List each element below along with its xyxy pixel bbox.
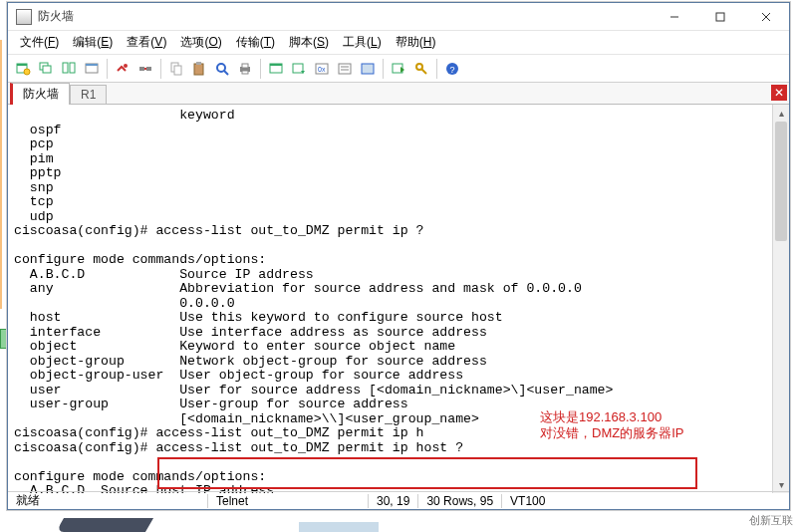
svg-rect-5 [17, 64, 27, 66]
svg-rect-24 [242, 64, 248, 68]
session-tabs: 防火墙 R1 ✕ [8, 83, 789, 105]
status-ready: 就绪 [8, 492, 207, 509]
tile-icon[interactable] [58, 58, 80, 80]
key-icon[interactable] [410, 58, 432, 80]
app-icon [16, 9, 32, 25]
svg-text:0x: 0x [318, 66, 326, 73]
maximize-button[interactable] [697, 3, 743, 31]
status-bar: 就绪 Telnet 30, 19 30 Rows, 95 VT100 [8, 491, 789, 509]
menu-trans[interactable]: 传输(T) [230, 32, 281, 53]
help-icon[interactable]: ? [441, 58, 463, 80]
new-term-icon[interactable] [265, 58, 287, 80]
menu-option[interactable]: 选项(O) [174, 32, 227, 53]
cascade-icon[interactable] [35, 58, 57, 80]
window-title: 防火墙 [38, 8, 74, 25]
paste-icon[interactable] [188, 58, 210, 80]
menu-file[interactable]: 文件(F) [14, 32, 65, 53]
menu-view[interactable]: 查看(V) [121, 32, 172, 53]
status-size: 30 Rows, 95 [418, 494, 501, 508]
svg-point-6 [24, 69, 30, 75]
scroll-track[interactable] [773, 122, 789, 476]
menubar: 文件(F) 编辑(E) 查看(V) 选项(O) 传输(T) 脚本(S) 工具(L… [8, 31, 789, 55]
svg-rect-18 [174, 66, 181, 75]
menu-edit[interactable]: 编辑(E) [67, 32, 119, 53]
svg-line-37 [421, 69, 426, 74]
menu-help[interactable]: 帮助(H) [390, 32, 442, 53]
svg-rect-20 [196, 62, 201, 65]
svg-rect-1 [716, 13, 724, 21]
options-icon[interactable] [334, 58, 356, 80]
menu-script[interactable]: 脚本(S) [283, 32, 335, 53]
menu-tool[interactable]: 工具(L) [337, 32, 388, 53]
find-icon[interactable] [211, 58, 233, 80]
tab-close-button[interactable]: ✕ [771, 85, 787, 101]
svg-rect-12 [86, 64, 98, 66]
titlebar: 防火墙 [8, 3, 789, 31]
mru-icon[interactable] [288, 58, 310, 80]
scroll-up-icon[interactable]: ▴ [773, 105, 789, 122]
app-window: 防火墙 文件(F) 编辑(E) 查看(V) 选项(O) 传输(T) 脚本(S) … [7, 2, 790, 510]
status-protocol: Telnet [208, 494, 368, 508]
transfer-icon[interactable] [388, 58, 409, 80]
full-screen-icon[interactable] [357, 58, 379, 80]
status-cursor: 30, 19 [369, 494, 417, 508]
svg-line-22 [224, 71, 228, 75]
annotation-text: 这块是192.168.3.100 对没错，DMZ的服务器IP [540, 409, 683, 441]
svg-rect-34 [362, 64, 374, 74]
disconnect-icon[interactable] [134, 58, 156, 80]
new-session-icon[interactable] [12, 58, 34, 80]
svg-rect-31 [339, 64, 351, 74]
copy-icon[interactable] [165, 58, 187, 80]
svg-rect-14 [139, 67, 144, 71]
scroll-thumb[interactable] [775, 122, 787, 241]
svg-rect-15 [146, 67, 151, 71]
svg-point-13 [124, 64, 128, 68]
svg-rect-9 [63, 63, 68, 73]
svg-rect-27 [270, 64, 282, 66]
svg-text:?: ? [450, 65, 455, 75]
svg-rect-25 [242, 71, 248, 74]
tab-firewall[interactable]: 防火墙 [10, 83, 70, 105]
toolbar: 0x ? [8, 55, 789, 83]
close-button[interactable] [743, 3, 789, 31]
svg-rect-19 [194, 64, 203, 75]
tab-r1[interactable]: R1 [70, 85, 107, 104]
status-emulation: VT100 [502, 494, 553, 508]
svg-rect-10 [70, 63, 75, 73]
print-icon[interactable] [234, 58, 256, 80]
vertical-scrollbar[interactable]: ▴ ▾ [772, 105, 789, 493]
minimize-button[interactable] [652, 3, 697, 31]
svg-rect-8 [43, 66, 51, 73]
svg-point-21 [217, 64, 225, 72]
reconnect-icon[interactable] [112, 58, 133, 80]
session-mgr-icon[interactable] [81, 58, 103, 80]
hex-icon[interactable]: 0x [311, 58, 333, 80]
